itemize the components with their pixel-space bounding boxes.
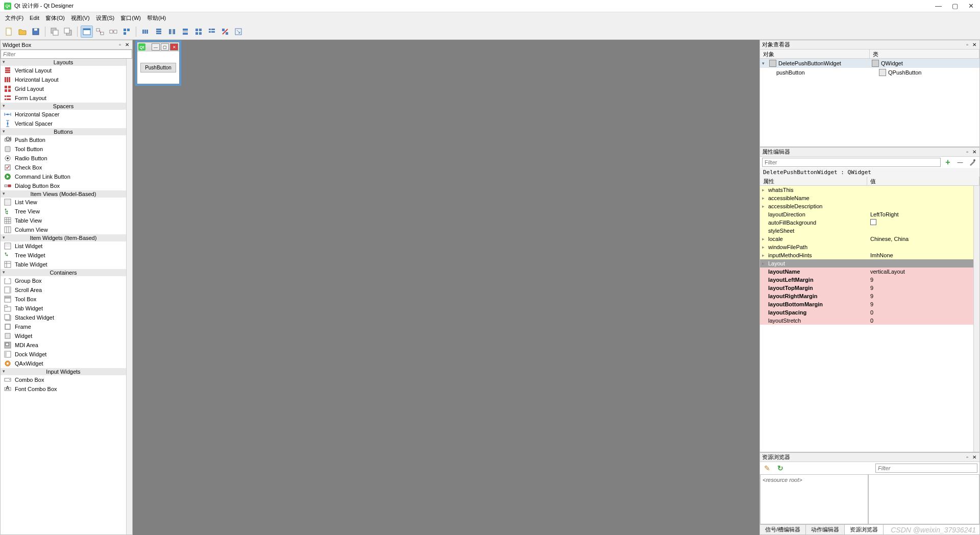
property-row[interactable]: ▸accessibleDescription: [760, 202, 973, 210]
widget-tool-button[interactable]: Tool Button: [1, 144, 126, 154]
resource-view[interactable]: [868, 474, 979, 524]
widget-list-view[interactable]: List View: [1, 198, 126, 207]
dock-close-icon[interactable]: ✕: [971, 454, 977, 460]
widget-vertical-layout[interactable]: Vertical Layout: [1, 66, 126, 75]
close-button[interactable]: ✕: [968, 2, 974, 10]
form-body[interactable]: PushButton: [137, 52, 179, 84]
column-class[interactable]: 类: [870, 50, 979, 58]
adjust-size-icon[interactable]: [232, 26, 244, 38]
property-row[interactable]: layoutTopMargin9: [760, 284, 973, 292]
reload-resource-icon[interactable]: ↻: [775, 463, 786, 473]
design-canvas[interactable]: Qt — ▢ ✕ PushButton: [133, 40, 760, 535]
widget-tree-widget[interactable]: Tree Widget: [1, 251, 126, 260]
dock-float-icon[interactable]: ▫: [964, 42, 970, 48]
property-row[interactable]: ▸Layout: [760, 259, 973, 268]
widget-horizontal-layout[interactable]: Horizontal Layout: [1, 75, 126, 84]
property-row[interactable]: layoutStretch0: [760, 317, 973, 325]
tab-action-editor[interactable]: 动作编辑器: [806, 525, 845, 534]
form-minimize-icon[interactable]: —: [152, 43, 160, 51]
expand-icon[interactable]: ▸: [762, 187, 765, 192]
widget-table-widget[interactable]: Table Widget: [1, 260, 126, 269]
widget-table-view[interactable]: Table View: [1, 216, 126, 225]
widget-dialog-button-box[interactable]: Dialog Button Box: [1, 181, 126, 190]
send-back-icon[interactable]: [48, 26, 61, 38]
configure-icon[interactable]: [967, 157, 977, 167]
widget-scroll-area[interactable]: Scroll Area: [1, 285, 126, 295]
dock-close-icon[interactable]: ✕: [124, 42, 130, 48]
new-file-icon[interactable]: [3, 26, 15, 38]
expand-icon[interactable]: ▸: [762, 261, 765, 266]
category-input-widgets[interactable]: Input Widgets: [1, 368, 126, 375]
edit-resource-icon[interactable]: ✎: [762, 463, 772, 473]
widget-box-filter[interactable]: [1, 50, 132, 59]
edit-signals-icon[interactable]: [94, 26, 106, 38]
category-containers[interactable]: Containers: [1, 269, 126, 276]
widget-radio-button[interactable]: Radio Button: [1, 154, 126, 163]
category-spacers[interactable]: Spacers: [1, 103, 126, 110]
property-list[interactable]: ▸whatsThis▸accessibleName▸accessibleDesc…: [760, 186, 979, 452]
column-object[interactable]: 对象: [760, 50, 870, 58]
category-item-widgets[interactable]: Item Widgets (Item-Based): [1, 234, 126, 241]
property-row[interactable]: layoutSpacing0: [760, 308, 973, 317]
dock-close-icon[interactable]: ✕: [971, 42, 977, 48]
property-scrollbar[interactable]: [973, 186, 979, 452]
property-row[interactable]: layoutRightMargin9: [760, 292, 973, 300]
form-window[interactable]: Qt — ▢ ✕ PushButton: [137, 42, 180, 84]
maximize-button[interactable]: ▢: [952, 2, 958, 10]
menu-help[interactable]: 帮助(H): [144, 13, 169, 23]
edit-buddies-icon[interactable]: [107, 26, 119, 38]
break-layout-icon[interactable]: [219, 26, 231, 38]
widget-font-combo-box[interactable]: AFont Combo Box: [1, 384, 126, 394]
expand-icon[interactable]: ▸: [762, 196, 765, 201]
widget-command-link-button[interactable]: Command Link Button: [1, 172, 126, 181]
dock-close-icon[interactable]: ✕: [971, 149, 977, 155]
menu-view[interactable]: 视图(V): [68, 13, 93, 23]
form-close-icon[interactable]: ✕: [170, 43, 178, 51]
resource-tree[interactable]: <resource root>: [760, 474, 868, 524]
layout-vertical-icon[interactable]: [153, 26, 165, 38]
menu-window[interactable]: 窗口(W): [117, 13, 144, 23]
widget-dock-widget[interactable]: Dock Widget: [1, 350, 126, 359]
dock-float-icon[interactable]: ▫: [117, 42, 123, 48]
object-row[interactable]: ▾DeletePushButtonWidget QWidget: [760, 59, 979, 68]
layout-grid-icon[interactable]: [192, 26, 205, 38]
object-row[interactable]: pushButton QPushButton: [760, 68, 979, 77]
widget-stacked-widget[interactable]: Stacked Widget: [1, 313, 126, 322]
form-push-button[interactable]: PushButton: [140, 63, 176, 72]
dock-float-icon[interactable]: ▫: [964, 149, 970, 155]
widget-vertical-spacer[interactable]: Vertical Spacer: [1, 119, 126, 128]
column-property[interactable]: 属性: [760, 177, 867, 185]
property-row[interactable]: layoutBottomMargin9: [760, 300, 973, 308]
widget-combo-box[interactable]: Combo Box: [1, 375, 126, 384]
property-row[interactable]: layoutLeftMargin9: [760, 276, 973, 284]
property-filter[interactable]: [762, 158, 941, 167]
widget-widget[interactable]: Widget: [1, 331, 126, 341]
category-buttons[interactable]: Buttons: [1, 128, 126, 135]
tab-resource-browser[interactable]: 资源浏览器: [845, 525, 884, 534]
menu-form[interactable]: 窗体(O): [42, 13, 68, 23]
column-value[interactable]: 值: [867, 177, 979, 185]
menu-file[interactable]: 文件(F): [2, 13, 27, 23]
expand-icon[interactable]: ▸: [762, 245, 765, 250]
form-maximize-icon[interactable]: ▢: [161, 43, 169, 51]
object-tree[interactable]: ▾DeletePushButtonWidget QWidget pushButt…: [760, 59, 979, 147]
widget-horizontal-spacer[interactable]: Horizontal Spacer: [1, 110, 126, 119]
property-row[interactable]: ▸whatsThis: [760, 186, 973, 194]
widget-tab-widget[interactable]: Tab Widget: [1, 304, 126, 313]
dock-float-icon[interactable]: ▫: [964, 454, 970, 460]
layout-horizontal-icon[interactable]: [139, 26, 152, 38]
property-row[interactable]: autoFillBackground: [760, 218, 973, 227]
property-row[interactable]: ▸localeChinese, China: [760, 235, 973, 243]
expand-icon[interactable]: ▾: [762, 61, 767, 66]
widget-tool-box[interactable]: Tool Box: [1, 295, 126, 304]
widget-push-button[interactable]: OKPush Button: [1, 135, 126, 144]
widget-mdi-area[interactable]: MDI Area: [1, 341, 126, 350]
widget-group-box[interactable]: Group Box: [1, 276, 126, 285]
category-item-views[interactable]: Item Views (Model-Based): [1, 190, 126, 198]
checkbox-icon[interactable]: [870, 219, 876, 225]
widget-box-scrollbar[interactable]: [126, 59, 132, 534]
widget-tree-view[interactable]: Tree View: [1, 207, 126, 216]
property-row[interactable]: layoutNameverticalLayout: [760, 268, 973, 276]
widget-frame[interactable]: Frame: [1, 322, 126, 331]
expand-icon[interactable]: ▸: [762, 253, 765, 258]
